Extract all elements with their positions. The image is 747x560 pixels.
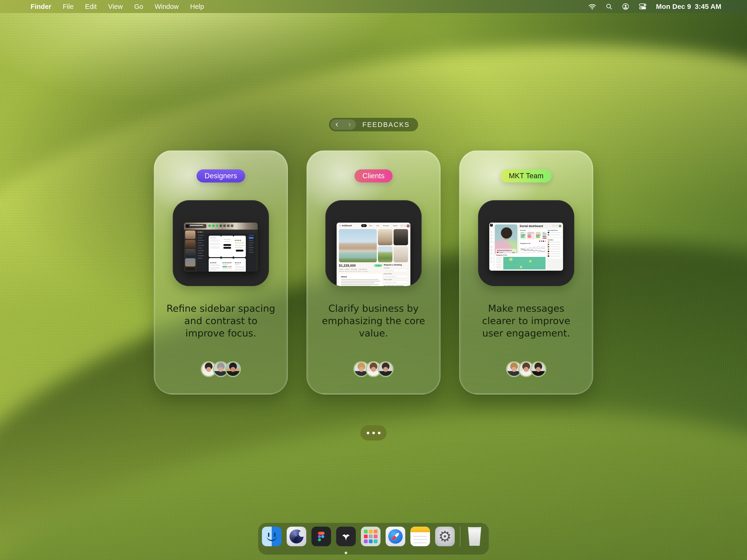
- dashboard-sidebar: [489, 222, 493, 271]
- card-note: Refine sidebar spacing and contrast to i…: [163, 302, 279, 340]
- showing-form: Request a showing Full name Your first n…: [384, 264, 408, 286]
- menu-view[interactable]: View: [108, 3, 123, 10]
- dock: ⚙: [258, 523, 489, 555]
- dock-app-launchpad[interactable]: [361, 527, 381, 546]
- nav-rent: Rent: [368, 224, 374, 227]
- listing-address: 456 Park Avenue Unit 3C, San Jose, CA 95…: [339, 271, 382, 272]
- avatar: [378, 361, 393, 377]
- prev-button[interactable]: [335, 122, 339, 127]
- gallery-main-photo: [339, 229, 377, 262]
- dock-separator: [460, 527, 460, 546]
- stat-engagements: Engagements13k+: [527, 232, 535, 239]
- form-label: Email address: [384, 273, 408, 274]
- dashboard-logo: [490, 224, 493, 226]
- feedback-cards-row: Designers: [0, 150, 747, 394]
- trash-icon: [467, 527, 482, 546]
- dock-app-safari[interactable]: [386, 527, 405, 546]
- menubar-clock[interactable]: Mon Dec 9 3:45 AM: [656, 3, 721, 10]
- form-title: Request a showing: [384, 264, 408, 266]
- solidseed-logo: Solidseed: [339, 224, 352, 227]
- dashboard-title: Social dashboard: [520, 224, 543, 228]
- about-section: About: [339, 274, 382, 286]
- about-title: About: [341, 275, 381, 278]
- card-mkt-team[interactable]: MKT Team Authenticated Platforms Youtube…: [459, 150, 593, 394]
- youtube-icon: [497, 252, 498, 253]
- phone-mockup: $2,539.28: [209, 258, 221, 272]
- card-avatars: [460, 361, 593, 377]
- dock-trash[interactable]: [465, 527, 485, 546]
- stat-views: Views5.6M+: [520, 232, 526, 239]
- badge-mkt-team: MKT Team: [501, 169, 551, 183]
- nav-buy: Buy: [361, 224, 367, 227]
- phone-mockup: $2,539.28: [233, 236, 246, 257]
- engagement-line-chart: [520, 245, 546, 253]
- system-settings-icon: ⚙: [435, 527, 455, 546]
- badge-clients: Clients: [355, 169, 393, 183]
- search-icon[interactable]: [606, 3, 613, 10]
- nav-sell: Sell: [375, 224, 381, 227]
- dashboard-controls: [552, 225, 561, 227]
- menu-finder[interactable]: Finder: [31, 3, 51, 10]
- running-indicator-dot: [345, 552, 347, 554]
- avatar: [531, 361, 546, 377]
- chart-title: Engagement rate: [520, 243, 531, 244]
- menu-file[interactable]: File: [63, 3, 74, 10]
- phone-mockup: [209, 236, 221, 257]
- dock-app-notes[interactable]: [410, 527, 430, 546]
- menu-go[interactable]: Go: [134, 3, 143, 10]
- badge-designers: Designers: [197, 169, 245, 183]
- time-note: Your preferred time. Reschedule anytime.: [384, 285, 408, 286]
- figma-layers-sidebar: [197, 233, 207, 272]
- menu-window[interactable]: Window: [155, 3, 179, 10]
- card-avatars: [307, 361, 440, 377]
- feedbacks-header-pill: FEEDBACKS: [329, 118, 418, 131]
- menu-edit[interactable]: Edit: [85, 3, 97, 10]
- dock-app-solidseed[interactable]: [336, 527, 356, 546]
- menubar-menus: Finder File Edit View Go Window Help: [20, 3, 204, 10]
- wifi-icon[interactable]: [588, 3, 596, 10]
- safari-icon: [386, 527, 405, 546]
- chart-legend: [539, 241, 546, 242]
- nav-mortgage: Mortgage: [382, 224, 390, 227]
- card-note: Clarify business by emphasizing the core…: [315, 302, 432, 340]
- form-label: Full name: [384, 267, 408, 269]
- card-designers[interactable]: Designers: [154, 150, 288, 394]
- nav-agents: Agents: [391, 224, 399, 227]
- thumbnail-tile-clients: Solidseed Buy Rent Sell Mortgage Agents: [326, 200, 421, 286]
- listing-status-badge: Active: [374, 264, 382, 267]
- activities-panel: Activities: [547, 238, 562, 259]
- engagement-chart-panel: Engagement rate: [519, 240, 547, 252]
- dock-app-figma[interactable]: [311, 527, 331, 546]
- user-icon[interactable]: [622, 3, 629, 10]
- menubar-status: Mon Dec 9 3:45 AM: [588, 3, 721, 10]
- phone-mockup: $3,215.23: [233, 258, 246, 272]
- control-center-icon[interactable]: [639, 3, 647, 10]
- participants-pill: [185, 267, 196, 270]
- listing-meta: 3 Beds · 2 Baths · 1244 SqFt · 7,100 SqF…: [339, 269, 382, 270]
- dock-app-settings[interactable]: ⚙: [435, 527, 455, 546]
- site-header: Solidseed Buy Rent Sell Mortgage Agents: [337, 222, 410, 229]
- site-header-icons: [401, 224, 410, 227]
- real-estate-screenshot: Solidseed Buy Rent Sell Mortgage Agents: [337, 222, 410, 286]
- dock-app-finder[interactable]: [262, 527, 282, 546]
- form-input: Your first name: [384, 269, 408, 272]
- figma-window: $2,539.28 $2,539.28 $2,000,539.28 $3,215…: [197, 231, 257, 272]
- thumbnail-tile-mkt: Authenticated Platforms Youtube LinkedIn…: [478, 200, 574, 286]
- heatmap-day-labels: [496, 257, 501, 269]
- card-clients[interactable]: Clients Solidseed Buy Rent Sell Mortgage…: [307, 150, 440, 394]
- gallery-photo-bathroom: [393, 246, 408, 263]
- participant-videos: [185, 231, 196, 270]
- menubar: Finder File Edit View Go Window Help Mon…: [0, 0, 747, 13]
- phone-mockup: $2,000,539.28: [221, 258, 233, 272]
- next-button[interactable]: [347, 122, 352, 127]
- cinema4d-icon: [287, 527, 306, 546]
- figma-icon: [311, 527, 331, 546]
- dock-app-cinema4d[interactable]: [287, 527, 306, 546]
- menu-help[interactable]: Help: [190, 3, 204, 10]
- gallery-photo-interior: [378, 229, 392, 245]
- feedbacks-label: FEEDBACKS: [362, 121, 410, 129]
- pagination-segment: [331, 119, 356, 130]
- listing-price: $1,228,000: [339, 264, 356, 267]
- more-button[interactable]: [360, 425, 387, 441]
- solidseed-icon: [336, 527, 356, 546]
